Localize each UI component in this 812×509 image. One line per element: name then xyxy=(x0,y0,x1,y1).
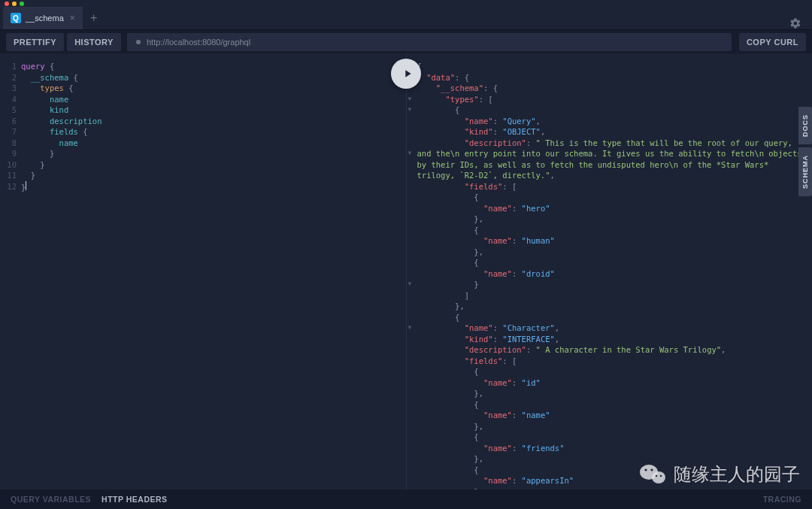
svg-point-4 xyxy=(656,475,657,477)
copy-curl-button[interactable]: COPY CURL xyxy=(739,33,806,51)
endpoint-input[interactable] xyxy=(147,38,723,47)
watermark-text: 随缘主人的园子 xyxy=(674,462,800,486)
svg-point-2 xyxy=(644,468,647,471)
add-tab-button[interactable]: + xyxy=(83,7,105,29)
tab-schema[interactable]: Q __schema × xyxy=(3,7,83,29)
wechat-icon xyxy=(639,463,666,486)
mac-close-icon[interactable] xyxy=(5,2,9,6)
tab-title: __schema xyxy=(26,14,64,23)
query-editor-pane[interactable]: 123456789101112 query { __schema { types… xyxy=(0,53,407,489)
settings-icon[interactable] xyxy=(789,17,801,29)
line-number-gutter: 123456789101112 xyxy=(0,61,17,192)
schema-tab[interactable]: SCHEMA xyxy=(798,147,812,196)
query-variables-tab[interactable]: QUERY VARIABLES xyxy=(11,495,91,504)
http-headers-tab[interactable]: HTTP HEADERS xyxy=(102,495,167,504)
prettify-button[interactable]: PRETTIFY xyxy=(6,33,64,51)
docs-tab[interactable]: DOCS xyxy=(798,107,812,144)
svg-point-5 xyxy=(660,475,662,477)
side-tabs: DOCS SCHEMA xyxy=(798,107,812,196)
tracing-tab[interactable]: TRACING xyxy=(763,495,801,504)
watermark: 随缘主人的园子 xyxy=(639,462,800,486)
response-code[interactable]: { "data": { "__schema": { "types": [ { "… xyxy=(407,53,813,489)
endpoint-status-icon xyxy=(136,40,141,44)
main-split: 123456789101112 query { __schema { types… xyxy=(0,53,812,489)
endpoint-field[interactable] xyxy=(127,33,732,51)
close-icon[interactable]: × xyxy=(70,13,75,23)
bottom-bar: QUERY VARIABLES HTTP HEADERS TRACING xyxy=(0,489,812,509)
query-code[interactable]: query { __schema { types { name kind des… xyxy=(0,53,406,200)
history-button[interactable]: HISTORY xyxy=(67,33,121,51)
svg-point-3 xyxy=(650,468,653,471)
svg-point-1 xyxy=(652,471,665,483)
toolbar: PRETTIFY HISTORY COPY CURL xyxy=(0,29,812,53)
query-badge-icon: Q xyxy=(11,13,21,23)
response-fold-gutter: ▼▼▼▼▼▼▼▼ xyxy=(408,61,416,486)
mac-zoom-icon[interactable] xyxy=(20,2,24,6)
execute-button[interactable] xyxy=(391,59,421,89)
window-titlebar xyxy=(0,0,812,7)
response-pane: ▼▼▼▼▼▼▼▼ { "data": { "__schema": { "type… xyxy=(407,53,813,489)
tab-bar: Q __schema × + xyxy=(0,7,812,29)
mac-minimize-icon[interactable] xyxy=(12,2,17,6)
